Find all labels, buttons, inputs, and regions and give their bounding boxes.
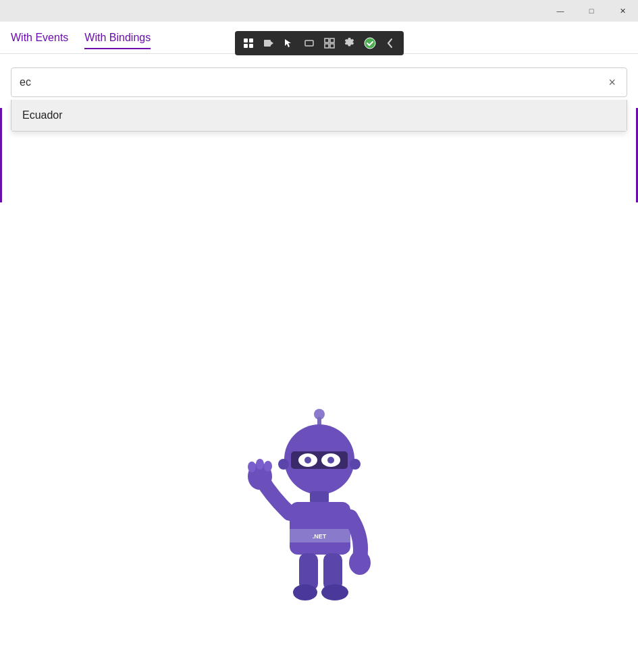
rectangle-icon[interactable] (300, 34, 319, 53)
svg-rect-1 (249, 38, 253, 43)
svg-point-21 (278, 459, 289, 470)
svg-rect-3 (249, 44, 253, 48)
svg-marker-5 (271, 41, 273, 45)
svg-point-33 (293, 584, 317, 600)
left-accent (0, 108, 2, 202)
svg-rect-11 (330, 44, 334, 48)
minimize-button[interactable]: — (545, 0, 576, 22)
svg-rect-24 (290, 502, 350, 555)
check-circle-icon[interactable] (361, 34, 379, 53)
video-icon[interactable] (259, 34, 278, 53)
svg-text:.NET: .NET (312, 533, 326, 540)
cursor-icon[interactable] (280, 34, 298, 53)
toolbar-overlay (235, 31, 404, 55)
tab-with-bindings[interactable]: With Bindings (84, 29, 151, 47)
svg-point-12 (365, 38, 375, 49)
mascot-container: .NET (245, 402, 394, 618)
tab-with-events[interactable]: With Events (11, 29, 68, 47)
svg-point-35 (321, 584, 348, 600)
svg-point-30 (264, 461, 272, 472)
svg-point-28 (248, 461, 256, 472)
svg-rect-10 (325, 44, 329, 48)
chevron-left-icon[interactable] (381, 34, 400, 53)
svg-rect-4 (264, 40, 271, 47)
dotnet-mascot: .NET (245, 402, 394, 618)
add-item-icon[interactable] (239, 34, 258, 53)
search-input-wrapper: × (11, 67, 627, 97)
svg-rect-2 (244, 44, 248, 48)
svg-point-20 (327, 457, 334, 464)
svg-rect-8 (325, 38, 329, 43)
select-icon[interactable] (320, 34, 339, 53)
svg-point-31 (349, 551, 371, 575)
main-content: × Ecuador (0, 54, 638, 672)
title-bar: — □ ✕ (0, 0, 638, 22)
close-button[interactable]: ✕ (607, 0, 638, 22)
svg-rect-9 (330, 38, 334, 43)
title-bar-buttons: — □ ✕ (545, 0, 638, 22)
svg-marker-6 (285, 39, 291, 47)
settings-icon[interactable] (340, 34, 359, 53)
maximize-button[interactable]: □ (576, 0, 607, 22)
svg-rect-0 (244, 38, 248, 43)
svg-rect-23 (310, 491, 329, 503)
search-input[interactable] (20, 76, 606, 88)
svg-point-29 (256, 459, 264, 470)
svg-point-19 (304, 457, 311, 464)
svg-rect-7 (305, 40, 313, 46)
clear-search-button[interactable]: × (606, 73, 618, 92)
search-container: × Ecuador (11, 67, 627, 97)
dropdown-item-ecuador[interactable]: Ecuador (11, 100, 627, 131)
search-dropdown: Ecuador (11, 100, 627, 132)
svg-point-22 (350, 459, 361, 470)
